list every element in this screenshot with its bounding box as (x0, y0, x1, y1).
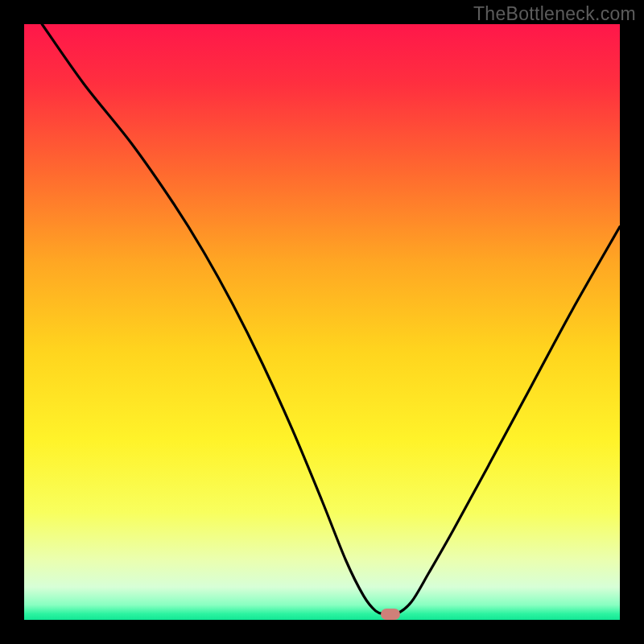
plot-area (24, 24, 620, 620)
chart-frame: TheBottleneck.com (0, 0, 644, 644)
watermark-text: TheBottleneck.com (473, 3, 636, 25)
bottleneck-curve (24, 24, 620, 620)
optimum-marker (381, 609, 400, 620)
